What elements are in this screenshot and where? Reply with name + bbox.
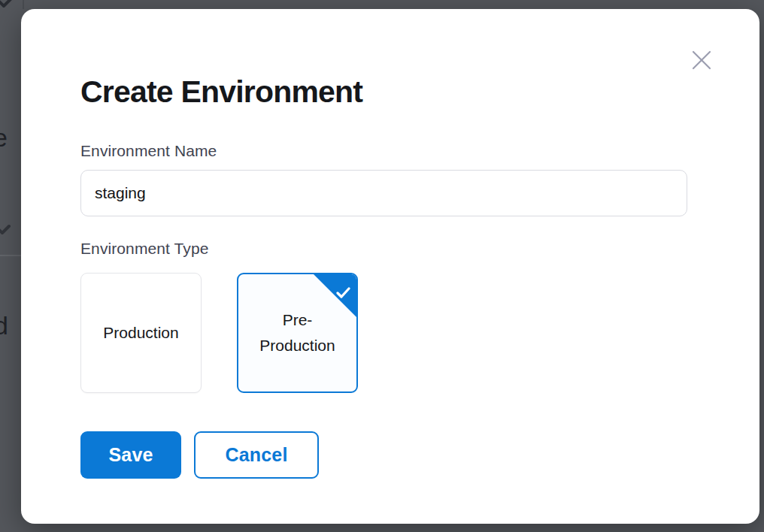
- background-text-fragment: d: [0, 313, 8, 338]
- background-text-fragment: e: [0, 125, 8, 150]
- cancel-button[interactable]: Cancel: [194, 431, 319, 479]
- environment-type-options: Production Pre-Production: [80, 273, 358, 393]
- environment-name-input[interactable]: [80, 170, 687, 216]
- background-divider-vertical: [23, 0, 24, 9]
- background-divider-horizontal: [0, 255, 21, 256]
- close-button[interactable]: [689, 47, 714, 73]
- background-chevron-down-icon: [0, 0, 13, 9]
- environment-type-label: Environment Type: [80, 240, 208, 258]
- modal-title: Create Environment: [80, 74, 362, 110]
- check-icon: [336, 281, 350, 307]
- save-button[interactable]: Save: [80, 431, 181, 479]
- type-card-production[interactable]: Production: [80, 273, 202, 393]
- modal-actions: Save Cancel: [80, 431, 319, 479]
- background-chevron-down-icon: [0, 222, 11, 236]
- close-icon: [690, 49, 713, 71]
- environment-name-label: Environment Name: [80, 142, 217, 160]
- create-environment-modal: Create Environment Environment Name Envi…: [21, 9, 759, 524]
- type-card-pre-production[interactable]: Pre-Production: [237, 273, 358, 393]
- type-card-label: Production: [103, 320, 178, 346]
